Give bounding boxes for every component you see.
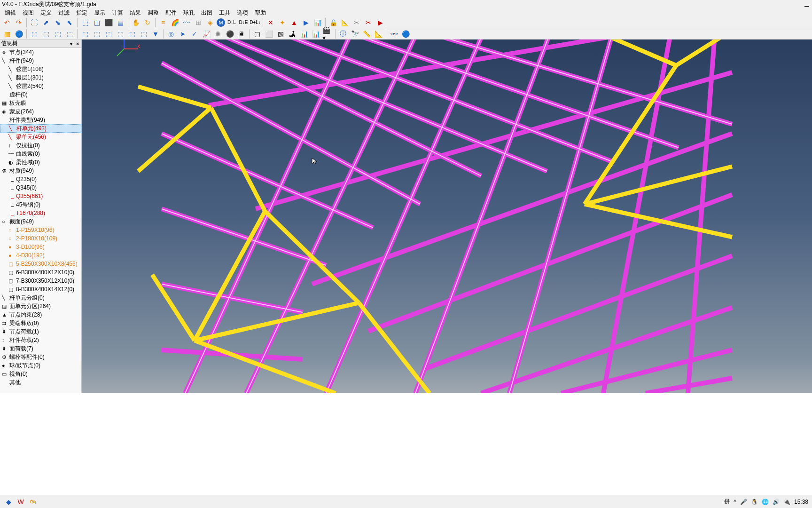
monitor-icon[interactable]: 🖥: [236, 29, 247, 39]
menu-帮助[interactable]: 帮助: [252, 9, 269, 17]
tree-item[interactable]: ↕杆件荷载(2): [0, 336, 81, 344]
sel6-icon[interactable]: ⬚: [92, 29, 102, 39]
ruler-icon[interactable]: 📏: [361, 29, 372, 39]
dl3-icon[interactable]: D+L↓: [250, 17, 260, 28]
tb-app1-icon[interactable]: ◆: [4, 497, 13, 507]
tree-item[interactable]: ↕仅抗拉(0): [0, 141, 81, 150]
tree-item[interactable]: ▦板壳膜: [0, 99, 81, 107]
tree-close-icon[interactable]: ✕: [75, 41, 80, 47]
tray-net-icon[interactable]: 🌐: [762, 499, 769, 505]
sel1-icon[interactable]: ⬚: [29, 29, 39, 39]
grid2-icon[interactable]: ▦: [2, 29, 12, 39]
info-icon[interactable]: ⓘ: [338, 29, 348, 39]
tray-qq-icon[interactable]: 🐧: [751, 499, 758, 505]
star-icon[interactable]: ✦: [277, 17, 288, 28]
sel3-icon[interactable]: ⬚: [53, 29, 63, 39]
view-icon[interactable]: ⬈: [41, 17, 51, 28]
tree-item[interactable]: ╲杆单元(493): [0, 124, 81, 133]
tri-icon[interactable]: ▲: [289, 17, 299, 28]
dl2-icon[interactable]: D↓E: [238, 17, 249, 28]
check-icon[interactable]: ✕: [265, 17, 276, 28]
scissors-icon[interactable]: ✂: [363, 17, 374, 28]
movie-icon[interactable]: 🎬▾: [322, 29, 333, 39]
tree-item[interactable]: ●3-D100(96): [0, 243, 81, 251]
tray-up-icon[interactable]: ^: [734, 499, 736, 505]
tree-item[interactable]: ⇉梁端释放(0): [0, 319, 81, 327]
navarrow-icon[interactable]: ➤: [178, 29, 188, 39]
menu-指定[interactable]: 指定: [73, 9, 90, 17]
menu-结果[interactable]: 结果: [127, 9, 144, 17]
tree-item[interactable]: 杆件类型(949): [0, 116, 81, 124]
menu-显示[interactable]: 显示: [91, 9, 108, 17]
tree-item[interactable]: ⎿Q345(0): [0, 183, 81, 192]
tree-item[interactable]: ●4-D30(192): [0, 251, 81, 260]
bar1-icon[interactable]: 📊: [299, 29, 309, 39]
cube4-icon[interactable]: ▦: [115, 17, 125, 28]
view3-icon[interactable]: ⬉: [64, 17, 75, 28]
menu-出图[interactable]: 出图: [198, 9, 215, 17]
tree-item[interactable]: ╲梁单元(456): [0, 133, 81, 141]
caliper-icon[interactable]: 📐: [340, 17, 350, 28]
sel10-icon[interactable]: ⬚: [139, 29, 149, 39]
sel9-icon[interactable]: ⬚: [127, 29, 137, 39]
tb-app2-icon[interactable]: W: [16, 497, 25, 507]
tree-item[interactable]: ⎿Q355(661): [0, 192, 81, 200]
tree-item[interactable]: ○1-P159X10(96): [0, 226, 81, 234]
cube2-icon[interactable]: ◫: [92, 17, 102, 28]
pie-icon[interactable]: 🔵: [14, 29, 24, 39]
pliers-icon[interactable]: ✂: [351, 17, 362, 28]
burst-icon[interactable]: ✺: [213, 29, 223, 39]
tree-item[interactable]: ●球/鼓节点(0): [0, 361, 81, 370]
dl-icon[interactable]: D↓L: [226, 17, 237, 28]
pan-icon[interactable]: ✋: [131, 17, 141, 28]
sel8-icon[interactable]: ⬚: [115, 29, 125, 39]
tree-item[interactable]: ⚗材质(949): [0, 167, 81, 175]
menu-过滤[interactable]: 过滤: [55, 9, 72, 17]
tree-item[interactable]: ╲弦层2(540): [0, 82, 81, 90]
redo-icon[interactable]: ↷: [14, 17, 24, 28]
tree-item[interactable]: ╲弦层1(108): [0, 65, 81, 73]
tree-item[interactable]: ⚹节点(344): [0, 48, 81, 56]
view2-icon[interactable]: ⬊: [53, 17, 63, 28]
tree-item[interactable]: ▢7-B300X350X12X10(0): [0, 277, 81, 285]
undo-icon[interactable]: ↶: [2, 17, 12, 28]
tree-item[interactable]: ◐柔性域(0): [0, 158, 81, 167]
menu-编辑[interactable]: 编辑: [2, 9, 19, 17]
tree-item[interactable]: ╲杆单元分组(0): [0, 294, 81, 302]
tree-item[interactable]: ○截面(949): [0, 217, 81, 226]
pie2-icon[interactable]: 🔵: [400, 29, 411, 39]
tree-item[interactable]: ⎿Q235(0): [0, 175, 81, 183]
menu-调整[interactable]: 调整: [145, 9, 162, 17]
target-icon[interactable]: ◎: [166, 29, 176, 39]
bar2-icon[interactable]: 📊: [311, 29, 321, 39]
ime-indicator[interactable]: 拼: [724, 498, 730, 506]
menu-球孔[interactable]: 球孔: [180, 9, 197, 17]
clock[interactable]: 15:38: [794, 499, 808, 505]
menu-定义[interactable]: 定义: [38, 9, 55, 17]
tree-pin-icon[interactable]: ▾: [69, 41, 73, 47]
bars-icon[interactable]: ≡: [158, 17, 168, 28]
land-icon[interactable]: 🏞: [287, 29, 297, 39]
tb-app3-icon[interactable]: 🛍: [28, 497, 38, 507]
tree-item[interactable]: ⬇节点荷载(1): [0, 327, 81, 336]
tree-item[interactable]: ◈蒙皮(264): [0, 107, 81, 116]
menu-工具[interactable]: 工具: [216, 9, 233, 17]
rotate-icon[interactable]: ↻: [142, 17, 153, 28]
arrow-icon[interactable]: ▶: [301, 17, 311, 28]
tray-power-icon[interactable]: 🔌: [783, 499, 790, 505]
tree-item[interactable]: 〰曲线索(0): [0, 150, 81, 158]
tree-item[interactable]: 其他: [0, 378, 81, 387]
binoc-icon[interactable]: 🔭: [350, 29, 360, 39]
tray-sound-icon[interactable]: 🔊: [773, 499, 780, 505]
cube3-icon[interactable]: ⬛: [103, 17, 114, 28]
sel4-icon[interactable]: ⬚: [64, 29, 75, 39]
tree-item[interactable]: ╲腹层1(301): [0, 73, 81, 82]
tree-item[interactable]: ⎿45号钢(0): [0, 200, 81, 209]
tree-item[interactable]: ▨面单元分区(264): [0, 302, 81, 310]
layers-icon[interactable]: ◈: [205, 17, 215, 28]
tree-item[interactable]: ▢6-B300X400X12X10(0): [0, 268, 81, 277]
ruler2-icon[interactable]: 📐: [373, 29, 383, 39]
sel2-icon[interactable]: ⬚: [41, 29, 51, 39]
tree-item[interactable]: ⎿T1670(288): [0, 209, 81, 217]
glasses-icon[interactable]: 👓: [389, 29, 399, 39]
